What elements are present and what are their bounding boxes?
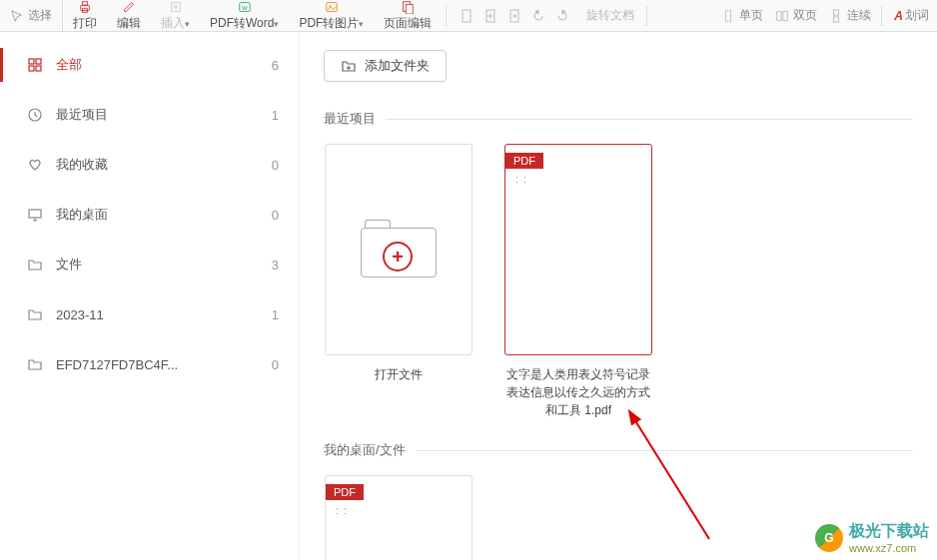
sidebar-item-label: 我的收藏 <box>56 156 108 174</box>
open-file-card[interactable]: + 打开文件 <box>324 144 473 419</box>
recent-cards: + 打开文件 PDF : : 文字是人类用表义符号记录表达信息以传之久远的方式和… <box>324 144 913 419</box>
select-label: 选择 <box>28 7 52 24</box>
sidebar-item-count: 0 <box>272 357 279 372</box>
add-folder-button[interactable]: 添加文件夹 <box>324 50 447 82</box>
main: 全部 6 最近项目 1 我的收藏 0 我的桌面 0 文件 3 2023-11 1 <box>0 32 937 560</box>
pdf-to-image-button[interactable]: PDF转图片▾ <box>289 0 374 31</box>
svg-rect-22 <box>29 59 34 64</box>
desktop-title-text: 我的桌面/文件 <box>324 441 406 459</box>
open-file-label: 打开文件 <box>375 365 423 383</box>
rotate-right-icon[interactable] <box>554 8 570 24</box>
pdf-file-card-2[interactable]: PDF : : <box>324 475 473 560</box>
page-edit-icon <box>401 0 415 14</box>
sidebar-item-count: 0 <box>272 208 279 223</box>
sidebar: 全部 6 最近项目 1 我的收藏 0 我的桌面 0 文件 3 2023-11 1 <box>0 32 300 560</box>
page-edit-button[interactable]: 页面编辑 <box>374 0 442 31</box>
sidebar-item-label: 全部 <box>56 56 82 74</box>
svg-rect-12 <box>463 10 470 22</box>
annotate-button[interactable]: A 划词 <box>886 7 937 24</box>
toolbar: 选择 打印 编辑 插入▾ W PDF转Word▾ PDF转图片▾ 页面编辑 <box>0 0 937 32</box>
folder-plus-icon <box>341 58 357 74</box>
sidebar-item-2023-11[interactable]: 2023-11 1 <box>0 289 299 339</box>
recent-section-title: 最近项目 <box>324 110 913 128</box>
pdf-dots-icon: : : <box>515 173 527 185</box>
desktop-cards: PDF : : <box>324 475 913 560</box>
select-tool[interactable]: 选择 <box>0 0 63 31</box>
svg-rect-18 <box>777 11 781 20</box>
svg-rect-1 <box>82 1 87 5</box>
pdf-dots-icon: : : <box>336 504 348 516</box>
svg-text:W: W <box>242 3 248 10</box>
annotate-label: 划词 <box>905 7 929 24</box>
insert-label: 插入 <box>161 16 185 30</box>
sidebar-item-recent[interactable]: 最近项目 1 <box>0 90 299 140</box>
single-page-label: 单页 <box>739 7 763 24</box>
insert-button[interactable]: 插入▾ <box>151 0 200 31</box>
word-icon: W <box>238 0 252 14</box>
separator <box>881 6 882 26</box>
pdf-thumb-2: PDF : : <box>325 475 472 560</box>
pdf-tag: PDF <box>326 484 364 500</box>
print-label: 打印 <box>73 15 97 32</box>
sidebar-item-files[interactable]: 文件 3 <box>0 240 299 289</box>
desktop-icon <box>27 207 43 223</box>
print-button[interactable]: 打印 <box>63 0 107 31</box>
content: 添加文件夹 最近项目 + 打开文件 PDF : : <box>300 32 937 560</box>
pdf-file-card[interactable]: PDF : : 文字是人类用表义符号记录表达信息以传之久远的方式和工具 1.pd… <box>503 144 653 419</box>
sidebar-item-efd[interactable]: EFD7127FD7BC4F... 0 <box>0 339 299 389</box>
pencil-icon <box>122 0 136 14</box>
annotate-a-icon: A <box>894 9 903 23</box>
sidebar-item-desktop[interactable]: 我的桌面 0 <box>0 190 299 240</box>
clock-icon <box>27 107 43 123</box>
pdf-file-label: 文字是人类用表义符号记录表达信息以传之久远的方式和工具 1.pdf <box>503 365 653 419</box>
print-icon <box>78 0 92 14</box>
svg-rect-23 <box>36 59 41 64</box>
continuous-label: 连续 <box>847 7 871 24</box>
rotate-label: 旋转文档 <box>578 7 642 24</box>
pdf-to-image-label: PDF转图片 <box>299 16 359 30</box>
separator <box>446 6 447 26</box>
page-edit-label: 页面编辑 <box>384 15 432 32</box>
sidebar-item-count: 1 <box>272 108 279 123</box>
add-folder-label: 添加文件夹 <box>365 57 430 75</box>
folder-icon <box>27 306 43 322</box>
svg-rect-24 <box>29 66 34 71</box>
sidebar-item-count: 3 <box>272 258 279 273</box>
folder-icon <box>27 356 43 372</box>
svg-rect-27 <box>29 210 41 218</box>
sidebar-item-label: 2023-11 <box>56 307 104 322</box>
pdf-thumb: PDF : : <box>504 144 652 355</box>
cursor-icon <box>10 9 24 23</box>
svg-rect-21 <box>834 16 839 21</box>
sidebar-item-favorites[interactable]: 我的收藏 0 <box>0 140 299 190</box>
svg-rect-17 <box>726 10 731 21</box>
heart-icon <box>27 157 43 173</box>
double-page-button[interactable]: 双页 <box>769 7 823 24</box>
view-icons <box>451 8 578 24</box>
svg-rect-11 <box>407 4 414 14</box>
page-icon[interactable] <box>459 8 474 24</box>
sidebar-item-all[interactable]: 全部 6 <box>0 40 299 90</box>
separator <box>646 6 647 26</box>
svg-rect-19 <box>783 11 787 20</box>
page-out-icon[interactable] <box>506 8 522 24</box>
sidebar-item-count: 1 <box>272 307 279 322</box>
edit-label: 编辑 <box>117 15 141 32</box>
sidebar-item-count: 6 <box>272 58 279 73</box>
recent-title-text: 最近项目 <box>324 110 376 128</box>
pdf-to-word-button[interactable]: W PDF转Word▾ <box>200 0 289 31</box>
desktop-section-title: 我的桌面/文件 <box>324 441 913 459</box>
edit-button[interactable]: 编辑 <box>107 0 151 31</box>
double-page-icon <box>775 9 789 23</box>
double-page-label: 双页 <box>793 7 817 24</box>
folder-open-icon: + <box>359 220 439 280</box>
image-icon <box>325 0 339 14</box>
divider <box>416 450 913 451</box>
svg-rect-20 <box>834 9 839 14</box>
sidebar-item-label: 我的桌面 <box>56 206 108 224</box>
single-page-button[interactable]: 单页 <box>715 7 769 24</box>
continuous-button[interactable]: 连续 <box>823 7 877 24</box>
rotate-left-icon[interactable] <box>530 8 546 24</box>
page-plus-icon[interactable] <box>482 8 498 24</box>
pdf-tag: PDF <box>505 153 543 169</box>
